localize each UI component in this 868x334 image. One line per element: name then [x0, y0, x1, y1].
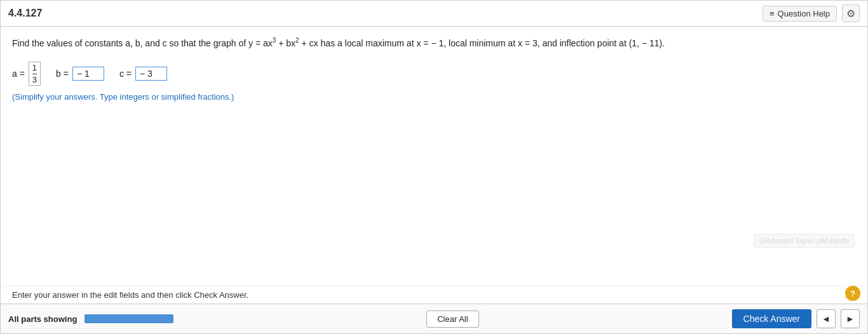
footer-instruction: Enter your answer in the edit fields and…	[1, 286, 867, 304]
gear-icon: ⚙	[846, 8, 855, 20]
a-denominator: 3	[32, 74, 37, 85]
check-answer-button[interactable]: Check Answer	[732, 309, 811, 328]
progress-bar	[85, 314, 173, 323]
answer-part-a: a = 1 3	[12, 62, 41, 86]
c-input[interactable]: − 3	[135, 67, 167, 81]
answer-row: a = 1 3 b = − 1 c = − 3	[12, 62, 856, 86]
all-parts-label: All parts showing	[8, 314, 77, 324]
b-label: b =	[56, 69, 69, 79]
question-help-button[interactable]: ≡ Question Help	[763, 6, 837, 22]
answer-part-b: b = − 1	[56, 67, 104, 81]
question-help-label: Question Help	[778, 9, 830, 18]
b-input[interactable]: − 1	[72, 67, 104, 81]
clear-all-button[interactable]: Clear All	[426, 311, 478, 328]
a-fraction: 1 3	[29, 62, 41, 86]
version-label: 4.4.127	[8, 8, 42, 19]
settings-button[interactable]: ⚙	[842, 4, 860, 22]
c-label: c =	[119, 69, 132, 79]
a-numerator: 1	[32, 63, 37, 74]
help-button[interactable]: ?	[845, 286, 860, 301]
watermark: DiAdemptit Signo Ltltit Alintfo	[754, 234, 855, 248]
problem-statement: Find the values of constants a, b, and c…	[12, 36, 856, 50]
a-label: a =	[12, 69, 25, 79]
simplify-note: (Simplify your answers. Type integers or…	[12, 92, 856, 102]
answer-part-c: c = − 3	[119, 67, 167, 81]
next-button[interactable]: ►	[841, 309, 860, 328]
prev-button[interactable]: ◄	[817, 309, 836, 328]
list-icon: ≡	[770, 9, 775, 18]
